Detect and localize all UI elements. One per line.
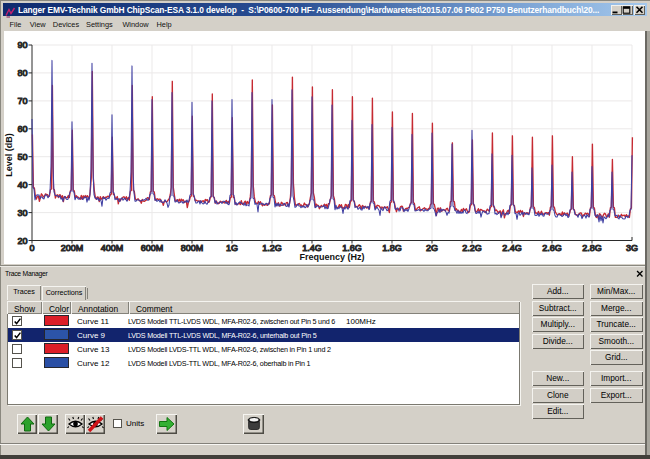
svg-text:50: 50: [17, 152, 27, 162]
svg-text:2.6G: 2.6G: [542, 243, 562, 253]
svg-text:40: 40: [17, 180, 27, 190]
svg-text:30: 30: [17, 208, 27, 218]
svg-text:3G: 3G: [626, 243, 638, 253]
svg-text:60: 60: [17, 124, 27, 134]
svg-text:2.2G: 2.2G: [462, 243, 482, 253]
svg-text:20: 20: [17, 236, 27, 246]
svg-text:1.2G: 1.2G: [262, 243, 282, 253]
svg-text:90: 90: [17, 40, 27, 50]
svg-text:Frequency (Hz): Frequency (Hz): [299, 252, 364, 262]
svg-text:2.8G: 2.8G: [582, 243, 602, 253]
svg-text:400M: 400M: [101, 243, 124, 253]
svg-text:600M: 600M: [141, 243, 164, 253]
svg-text:80: 80: [17, 68, 27, 78]
svg-text:2.4G: 2.4G: [502, 243, 522, 253]
svg-text:800M: 800M: [181, 243, 204, 253]
svg-text:2G: 2G: [426, 243, 438, 253]
svg-text:1.8G: 1.8G: [382, 243, 402, 253]
svg-text:70: 70: [17, 96, 27, 106]
svg-text:1G: 1G: [226, 243, 238, 253]
svg-text:0: 0: [29, 243, 34, 253]
svg-text:Level (dB): Level (dB): [4, 133, 14, 177]
svg-text:200M: 200M: [61, 243, 84, 253]
